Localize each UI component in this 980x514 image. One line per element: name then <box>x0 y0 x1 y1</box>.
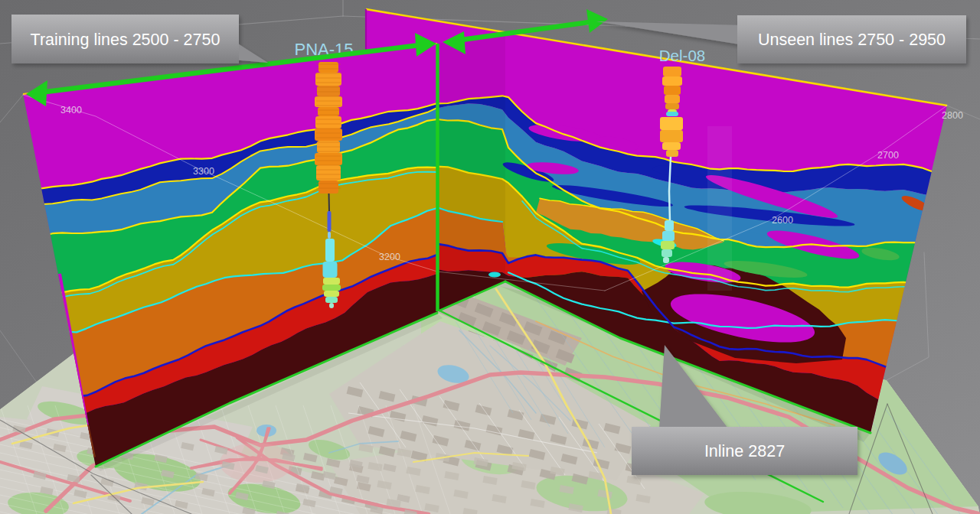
svg-text:Inline 2827: Inline 2827 <box>704 442 785 460</box>
svg-text:2800: 2800 <box>942 110 963 121</box>
svg-text:Training lines 2500 - 2750: Training lines 2500 - 2750 <box>31 31 220 49</box>
svg-text:Unseen lines 2750 - 2950: Unseen lines 2750 - 2950 <box>758 31 946 49</box>
svg-text:3400: 3400 <box>60 105 82 115</box>
svg-text:2700: 2700 <box>877 150 899 161</box>
svg-text:3200: 3200 <box>379 252 400 262</box>
svg-text:2600: 2600 <box>772 215 793 226</box>
svg-text:Del-08: Del-08 <box>659 47 705 64</box>
svg-text:3300: 3300 <box>193 166 214 177</box>
